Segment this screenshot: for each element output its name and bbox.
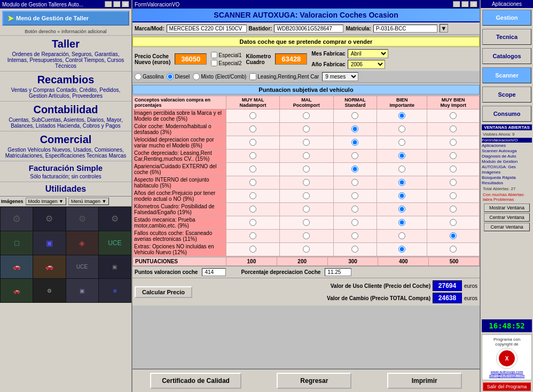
radio-6-4[interactable] (398, 192, 405, 199)
radio-9-4[interactable] (398, 232, 405, 239)
radio-3-1[interactable] (249, 152, 256, 159)
radio-6-1[interactable] (249, 192, 256, 199)
window-item-imagenes[interactable]: Imágenes (482, 170, 532, 175)
radio-4-3[interactable] (351, 166, 358, 173)
radio-0-3[interactable] (351, 112, 358, 119)
modo-imagen-btn[interactable]: Modo Imagen ▼ (26, 198, 66, 205)
right-btn-gestion[interactable]: Gestion (482, 10, 531, 26)
radio-8-3[interactable] (351, 219, 358, 226)
radio-5-2[interactable] (303, 179, 310, 186)
especial1-checkbox[interactable] (211, 52, 217, 58)
radio-3-5[interactable] (450, 152, 457, 159)
radio-1-4[interactable] (398, 126, 405, 132)
maximize-btn[interactable]: □ (113, 1, 121, 7)
radio-5-1[interactable] (249, 179, 256, 186)
section-facturacion-links[interactable]: Sólo facturación; sin controles (0, 174, 131, 182)
diesel-radio[interactable] (167, 73, 174, 80)
img-cell-1[interactable]: ⚙ (1, 207, 33, 231)
mixto-radio[interactable] (193, 73, 200, 80)
matricula-input[interactable] (373, 25, 437, 33)
section-comercial-links[interactable]: Gestion Vehículos Nuevos, Usados, Comisi… (0, 147, 131, 161)
section-contabilidad-links[interactable]: Cuentas, SubCuentas, Asientos, Diarios, … (0, 117, 131, 131)
radio-4-5[interactable] (450, 166, 457, 173)
radio-1-1[interactable] (249, 126, 256, 132)
right-btn-scope[interactable]: Scope (482, 87, 531, 103)
radio-9-1[interactable] (249, 232, 256, 239)
img-cell-2[interactable]: ⚙ (33, 207, 65, 231)
radio-8-2[interactable] (303, 219, 310, 226)
radio-7-2[interactable] (303, 206, 310, 213)
radio-0-2[interactable] (303, 112, 310, 119)
img-cell-4[interactable]: ⚙ (99, 207, 131, 231)
cert-btn[interactable]: Certificado de Calidad (150, 373, 241, 389)
diesel-label[interactable]: Diesel (167, 73, 190, 80)
section-recambios-links[interactable]: Ventas y Compras Contado, Crédito, Pedid… (0, 87, 131, 101)
radio-6-3[interactable] (351, 192, 358, 199)
any-fab-select[interactable]: 2000200120022003 2004200520062007 (348, 60, 385, 69)
radio-8-5[interactable] (450, 219, 457, 226)
radio-3-3[interactable] (351, 152, 358, 159)
menu-imagen-btn[interactable]: Menú Imagen ▼ (68, 198, 109, 205)
porcentaje-input[interactable] (325, 268, 351, 276)
radio-8-1[interactable] (249, 219, 256, 226)
radio-2-1[interactable] (249, 139, 256, 146)
valor-cambio-input[interactable] (433, 293, 462, 303)
radio-5-5[interactable] (450, 179, 457, 186)
img-cell-16[interactable]: ⊕ (99, 279, 131, 302)
close-btn[interactable]: ✕ (122, 1, 129, 7)
img-cell-5[interactable]: □ (1, 231, 33, 255)
img-cell-6[interactable]: ▣ (33, 231, 65, 255)
radio-1-3[interactable] (351, 126, 358, 132)
radio-2-5[interactable] (450, 139, 457, 146)
window-item-formvaloracion[interactable]: FormValoracionVO (482, 138, 532, 143)
img-cell-12[interactable]: ▣ (99, 255, 131, 279)
radio-6-2[interactable] (303, 192, 310, 199)
regresar-btn[interactable]: Regresar (277, 373, 351, 389)
radio-1-5[interactable] (450, 126, 457, 132)
gasolina-label[interactable]: Gasolina (135, 73, 163, 80)
radio-2-3[interactable] (351, 139, 358, 146)
radio-3-2[interactable] (303, 152, 310, 159)
radio-4-4[interactable] (398, 166, 405, 173)
radio-5-4[interactable] (398, 179, 405, 186)
minimize-btn[interactable]: _ (105, 1, 112, 7)
leasing-label[interactable]: Leasing,Renting,Rent Car (249, 73, 319, 80)
mes-fab-select[interactable]: EneroFebreroMarzoAbril MayoJunioJulioAgo… (348, 49, 388, 58)
radio-4-1[interactable] (249, 166, 256, 173)
img-cell-14[interactable]: ⚙ (33, 279, 65, 302)
radio-10-5[interactable] (450, 246, 457, 253)
radio-10-3[interactable] (351, 246, 358, 253)
center-maximize-btn[interactable]: □ (461, 1, 469, 7)
section-taller-links[interactable]: Ordenes de Reparación, Seguros, Garantía… (0, 51, 131, 72)
especial2-checkbox[interactable] (211, 60, 217, 66)
radio-4-2[interactable] (303, 166, 310, 173)
img-cell-3[interactable]: ⚙ (66, 207, 98, 231)
radio-5-3[interactable] (351, 179, 358, 186)
window-item-busqueda[interactable]: Búsqueda Rápida (482, 175, 532, 180)
salir-btn[interactable]: Salir del Programa (483, 382, 531, 391)
img-cell-15[interactable]: ▣ (66, 279, 98, 302)
radio-1-2[interactable] (303, 126, 310, 132)
window-item-resultados[interactable]: Resultados (482, 181, 532, 185)
window-item-aplicaciones[interactable]: Aplicaciones (482, 143, 532, 148)
precio-input[interactable] (175, 53, 207, 65)
window-item-modulo[interactable]: Modulo de Gestion (482, 159, 532, 164)
radio-10-1[interactable] (249, 246, 256, 253)
radio-3-4[interactable] (398, 152, 405, 159)
radio-9-5[interactable] (450, 232, 457, 239)
gasolina-radio[interactable] (135, 73, 142, 80)
website-text[interactable]: www.autoxuga.com (484, 370, 529, 374)
radio-7-3[interactable] (351, 206, 358, 213)
scroll-btn[interactable]: ▼ (440, 24, 448, 33)
radio-7-4[interactable] (398, 206, 405, 213)
window-item-scanner[interactable]: Scanner Autoxuga (482, 148, 532, 153)
img-cell-9[interactable]: 🚗 (1, 255, 33, 279)
puntos-input[interactable] (202, 268, 226, 276)
radio-8-4[interactable] (398, 219, 405, 226)
right-btn-consumo[interactable]: Consumo (482, 106, 531, 122)
centrar-btn[interactable]: Centrar Ventana (484, 213, 530, 222)
leasing-checkbox[interactable] (249, 73, 256, 80)
img-cell-11[interactable]: UCE (66, 255, 98, 279)
mixto-label[interactable]: Mixto (Elect/Comb) (193, 73, 246, 80)
radio-2-4[interactable] (398, 139, 405, 146)
